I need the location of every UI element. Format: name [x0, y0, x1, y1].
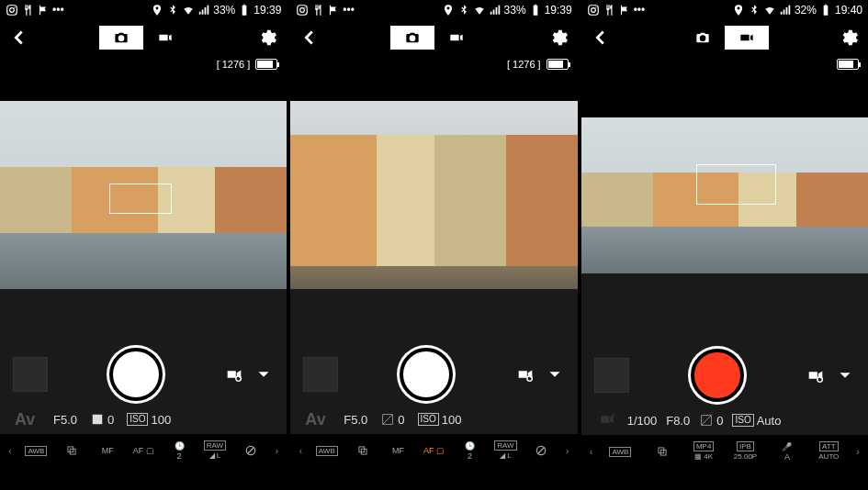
app-top-bar — [0, 20, 287, 55]
settings-button[interactable] — [547, 26, 570, 50]
exposure-info-row[interactable]: M 1/100 F8.0 0 ISO Auto — [581, 406, 868, 435]
image-quality-setting[interactable]: RAW◢ L — [490, 440, 522, 461]
self-timer-setting[interactable]: 🕒2 — [163, 441, 196, 461]
settings-button[interactable] — [255, 26, 279, 50]
signal-icon — [197, 4, 210, 17]
photo-mode-button[interactable] — [390, 26, 434, 50]
shutter-row — [290, 344, 577, 405]
self-timer-setting[interactable]: 🕒2 — [454, 441, 486, 461]
viewfinder[interactable] — [290, 101, 577, 289]
af-method-setting[interactable]: AF ▢ — [418, 446, 450, 455]
chevron-left-icon[interactable]: ‹ — [4, 446, 17, 456]
send-to-icon[interactable] — [515, 364, 535, 384]
bluetooth-icon — [166, 4, 179, 17]
last-photo-thumbnail[interactable] — [13, 357, 48, 392]
video-format-setting[interactable]: MP4▦ 4K — [684, 441, 722, 462]
picture-style-setting[interactable] — [346, 444, 378, 457]
dropdown-triangle-icon[interactable] — [545, 364, 565, 384]
circle-slash-setting[interactable] — [525, 444, 558, 457]
video-compression-setting[interactable]: IPB25.00P — [727, 441, 764, 462]
timer-icon: 🕒 — [465, 441, 475, 451]
focus-mode-setting[interactable]: MF — [92, 446, 124, 455]
shots-remaining-row — [581, 55, 868, 73]
picture-style-setting[interactable] — [56, 444, 88, 457]
picture-style-setting[interactable] — [643, 445, 681, 458]
shots-remaining-row: [ 1276 ] — [0, 55, 287, 73]
flag-icon — [327, 4, 340, 17]
chevron-right-icon[interactable]: › — [270, 446, 283, 456]
battery-icon — [819, 4, 832, 17]
back-button[interactable] — [589, 26, 613, 50]
video-mode-button[interactable] — [143, 26, 187, 50]
android-status-bar: ••• 32% 19:40 — [581, 0, 868, 20]
location-icon — [732, 4, 745, 17]
image-quality-setting[interactable]: RAW◢ L — [199, 440, 231, 461]
af-method-setting[interactable]: AF ▢ — [128, 446, 160, 455]
photo-mode-button[interactable] — [99, 26, 143, 50]
white-balance-setting[interactable]: AWB — [20, 446, 52, 456]
photo-mode-button[interactable] — [681, 26, 725, 50]
status-time: 19:40 — [835, 4, 862, 17]
picture-style-icon — [63, 444, 80, 457]
chevron-left-icon[interactable]: ‹ — [294, 446, 307, 456]
svg-point-17 — [595, 6, 596, 7]
svg-point-16 — [591, 8, 595, 13]
exposure-mode: Av — [305, 410, 331, 429]
viewfinder[interactable] — [581, 117, 868, 273]
svg-point-9 — [305, 6, 306, 7]
dropdown-triangle-icon[interactable] — [835, 365, 855, 385]
chevron-right-icon[interactable]: › — [851, 447, 864, 457]
white-balance-setting[interactable]: AWB — [602, 447, 639, 457]
dropdown-triangle-icon[interactable] — [254, 364, 274, 384]
shutter-button[interactable] — [109, 348, 163, 401]
bluetooth-icon — [748, 4, 761, 17]
spacer — [290, 289, 577, 344]
record-button[interactable] — [691, 349, 744, 402]
exposure-info-row[interactable]: Av F5.0 0 ISO 100 — [0, 405, 287, 434]
svg-rect-12 — [359, 447, 365, 452]
focus-mode-setting[interactable]: MF — [382, 446, 414, 455]
svg-rect-15 — [588, 6, 598, 16]
signal-icon — [489, 4, 502, 17]
aperture-value: F5.0 — [53, 413, 77, 427]
android-status-bar: ••• 33% 19:39 — [0, 0, 287, 20]
circle-slash-setting[interactable] — [234, 444, 266, 457]
flag-icon — [618, 4, 631, 17]
chevron-left-icon[interactable]: ‹ — [585, 447, 598, 457]
exposure-info-row[interactable]: Av F5.0 0 ISO 100 — [290, 405, 577, 434]
video-manual-mode-icon: M — [596, 411, 618, 430]
settings-button[interactable] — [837, 26, 861, 50]
back-button[interactable] — [298, 26, 321, 50]
back-button[interactable] — [7, 26, 31, 50]
mode-toggle — [681, 26, 769, 50]
video-mode-button[interactable] — [434, 26, 479, 50]
shutter-row — [581, 345, 868, 406]
af-focus-box[interactable] — [696, 164, 776, 205]
last-photo-thumbnail[interactable] — [594, 358, 629, 393]
svg-text:M: M — [611, 412, 615, 418]
shutter-button[interactable] — [400, 348, 453, 401]
location-icon — [151, 4, 163, 17]
audio-setting[interactable]: 🎤A — [768, 442, 806, 462]
video-mode-button[interactable] — [725, 26, 769, 50]
cutlery-icon — [603, 4, 615, 17]
phone-screen-1: ••• 33% 19:39 [ 1276 ] — [0, 0, 287, 490]
bottom-settings-strip: ‹ AWB MF AF ▢ 🕒2 RAW◢ L › — [290, 434, 577, 467]
send-to-icon[interactable] — [224, 364, 244, 384]
send-to-icon[interactable] — [806, 365, 826, 385]
bottom-settings-strip: ‹ AWB MP4▦ 4K IPB25.00P 🎤A ATTAUTO › — [581, 435, 868, 468]
last-photo-thumbnail[interactable] — [303, 357, 338, 392]
viewfinder[interactable] — [0, 101, 287, 289]
phone-screen-3: ••• 32% 19:40 — [581, 0, 868, 490]
aperture-value: F5.0 — [344, 413, 367, 427]
svg-point-8 — [300, 8, 305, 13]
chevron-right-icon[interactable]: › — [561, 446, 574, 456]
timer-icon: 🕒 — [175, 441, 185, 451]
instagram-icon — [6, 4, 18, 17]
status-dots: ••• — [634, 4, 646, 17]
attenuator-setting[interactable]: ATTAUTO — [810, 441, 848, 462]
af-focus-box[interactable] — [109, 184, 173, 214]
iso-value: ISO 100 — [127, 413, 171, 427]
white-balance-setting[interactable]: AWB — [310, 446, 343, 456]
picture-style-icon — [654, 445, 671, 458]
